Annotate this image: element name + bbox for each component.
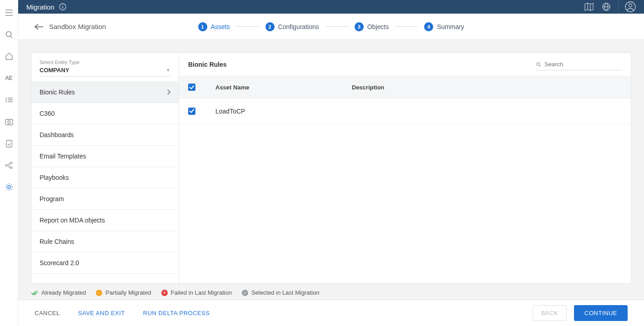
column-description: Description: [352, 84, 622, 91]
run-delta-button[interactable]: RUN DELTA PROCESS: [143, 310, 210, 316]
step-number: 4: [424, 22, 433, 31]
category-playbooks[interactable]: Playbooks: [31, 167, 179, 188]
category-label: Report on MDA objects: [40, 217, 105, 224]
svg-point-12: [629, 4, 632, 7]
step-objects[interactable]: 3 Objects: [354, 22, 389, 31]
step-summary[interactable]: 4 Summary: [424, 22, 464, 31]
save-and-exit-button[interactable]: SAVE AND EXIT: [78, 310, 125, 316]
assets-panel-title: Bionic Rules: [188, 61, 227, 68]
tree-icon[interactable]: [0, 154, 18, 176]
assets-panel: Bionic Rules Asset Name Description: [179, 53, 631, 284]
step-separator: [395, 26, 418, 27]
check-circle-icon: ✓: [242, 290, 248, 296]
asset-name-cell: LoadToCP: [215, 108, 352, 115]
svg-point-4: [5, 164, 7, 166]
map-icon[interactable]: [584, 1, 594, 12]
step-separator: [236, 26, 259, 27]
step-configurations[interactable]: 2 Configurations: [265, 22, 319, 31]
svg-rect-3: [6, 140, 12, 147]
search-icon: [536, 61, 541, 68]
nav-rail: AE: [0, 0, 18, 326]
category-scorecard[interactable]: Scorecard 2.0: [31, 252, 179, 274]
back-button[interactable]: Sandbox Migration: [35, 23, 106, 30]
content-area: Select Entity Type COMPANY ▼ Bionic Rule…: [18, 40, 644, 300]
legend-label: Selected in Last Migration: [251, 289, 320, 296]
chevron-down-icon: ▼: [166, 68, 170, 73]
search-input[interactable]: [544, 61, 621, 68]
search-input-wrapper[interactable]: [535, 59, 622, 70]
continue-button[interactable]: CONTINUE: [574, 305, 628, 321]
wizard-footer: CANCEL SAVE AND EXIT RUN DELTA PROCESS B…: [18, 300, 644, 326]
step-label: Objects: [367, 23, 389, 30]
menu-icon[interactable]: [0, 2, 18, 24]
legend-already-migrated: Already Migrated: [31, 289, 86, 296]
breadcrumb-label: Sandbox Migration: [49, 23, 106, 30]
category-report-mda[interactable]: Report on MDA objects: [31, 210, 179, 231]
svg-point-13: [537, 62, 540, 65]
category-label: Program: [40, 195, 64, 203]
step-number: 3: [354, 22, 364, 31]
category-label: Playbooks: [40, 174, 69, 181]
svg-point-0: [6, 32, 11, 37]
select-all-checkbox[interactable]: [188, 84, 195, 91]
category-label: Dashboards: [40, 131, 74, 138]
arrow-left-icon: [35, 24, 44, 30]
entity-selected-value: COMPANY: [40, 67, 69, 74]
legend-partially-migrated: − Partially Migrated: [96, 289, 151, 296]
legend-label: Partially Migrated: [105, 289, 151, 296]
svg-point-6: [10, 167, 12, 168]
category-rule-chains[interactable]: Rule Chains: [31, 231, 179, 252]
column-asset-name: Asset Name: [215, 84, 352, 91]
ae-nav-item[interactable]: AE: [0, 67, 18, 89]
step-label: Assets: [211, 23, 230, 30]
svg-point-7: [8, 186, 10, 188]
step-label: Configurations: [278, 23, 319, 30]
row-checkbox[interactable]: [188, 108, 195, 115]
step-number: 1: [198, 22, 207, 31]
category-c360[interactable]: C360: [31, 103, 179, 124]
table-row[interactable]: LoadToCP: [179, 99, 631, 124]
step-assets[interactable]: 1 Assets: [198, 22, 230, 31]
home-icon[interactable]: [0, 45, 18, 67]
category-label: C360: [40, 110, 55, 117]
entity-type-select[interactable]: Select Entity Type COMPANY ▼: [31, 53, 179, 82]
search-icon[interactable]: [0, 24, 18, 45]
category-email-templates[interactable]: Email Templates: [31, 146, 179, 167]
category-panel: Select Entity Type COMPANY ▼ Bionic Rule…: [31, 53, 179, 284]
legend-selected: ✓ Selected in Last Migration: [242, 289, 320, 296]
assets-table-header: Asset Name Description: [179, 76, 631, 99]
page-title: Migration: [26, 3, 66, 11]
category-dashboards[interactable]: Dashboards: [31, 124, 179, 146]
category-label: Scorecard 2.0: [40, 259, 79, 267]
cancel-button[interactable]: CANCEL: [35, 310, 60, 316]
legend-label: Already Migrated: [41, 289, 86, 296]
clipboard-icon[interactable]: [0, 133, 18, 154]
camera-icon[interactable]: [0, 111, 18, 133]
category-label: Email Templates: [40, 153, 86, 160]
info-icon[interactable]: [59, 3, 66, 10]
workflow-icon[interactable]: [0, 89, 18, 111]
step-number: 2: [265, 22, 275, 31]
topbar: Migration: [18, 0, 644, 14]
category-label: Bionic Rules: [40, 89, 75, 96]
minus-circle-icon: −: [96, 290, 102, 296]
step-label: Summary: [437, 23, 464, 30]
check-icon: [31, 290, 38, 296]
svg-rect-1: [5, 119, 13, 125]
category-program[interactable]: Program: [31, 188, 179, 210]
x-circle-icon: ✕: [161, 290, 168, 296]
page-title-text: Migration: [26, 3, 55, 11]
category-bionic-rules[interactable]: Bionic Rules: [31, 82, 179, 103]
legend-failed: ✕ Failed in Last Migration: [161, 289, 232, 296]
status-legend: Already Migrated − Partially Migrated ✕ …: [31, 284, 631, 300]
step-separator: [325, 26, 348, 27]
gear-icon[interactable]: [0, 176, 18, 198]
wizard-steps: 1 Assets 2 Configurations 3 Objects 4 Su…: [198, 22, 464, 31]
topbar-divider: [618, 2, 619, 11]
back-button[interactable]: BACK: [533, 305, 567, 321]
avatar-icon[interactable]: [625, 1, 636, 12]
chevron-right-icon: [167, 89, 170, 95]
svg-point-2: [8, 121, 10, 123]
svg-point-5: [10, 162, 12, 164]
globe-icon[interactable]: [601, 1, 612, 12]
